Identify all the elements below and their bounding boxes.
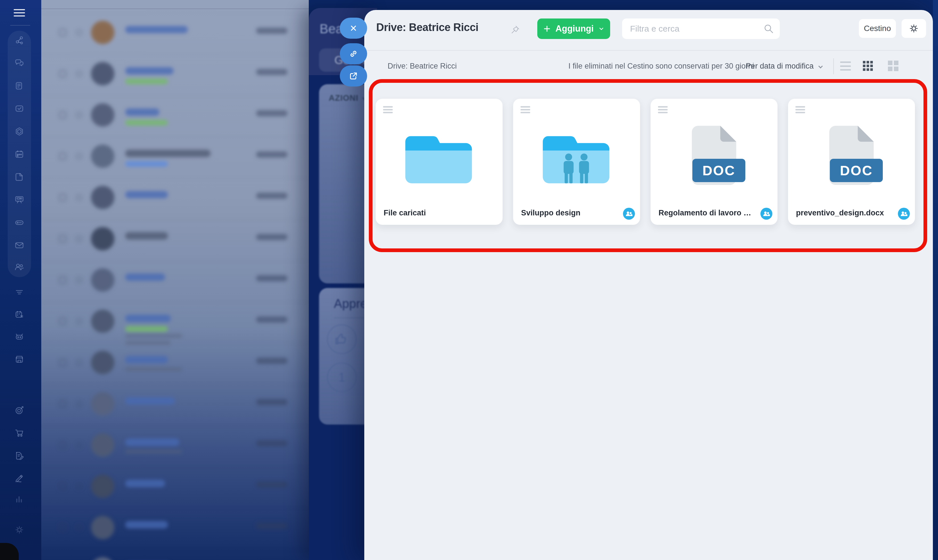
list-item [41,261,309,302]
analytics-chart-icon[interactable] [14,494,25,504]
list-item [41,302,309,343]
people-icon[interactable] [14,262,25,272]
page-title: Drive: Beatrice Ricci [376,22,478,34]
shopping-cart-icon[interactable] [14,428,25,438]
share-network-icon[interactable] [14,35,25,46]
list-item [41,385,309,426]
file-card-doc[interactable]: DOC Regolamento di lavoro con i ... [650,99,778,225]
add-button[interactable]: Aggiungi [537,18,610,39]
planner-icon[interactable] [14,309,25,320]
chevron-down-icon [598,26,604,32]
open-external-button[interactable] [340,65,367,86]
drive-modal: Drive: Beatrice Ricci Aggiungi Cestino D… [364,10,933,560]
store-icon[interactable] [14,354,25,364]
breadcrumb[interactable]: Drive: Beatrice Ricci [388,62,457,71]
trash-button[interactable]: Cestino [859,19,896,38]
sales-funnel-icon[interactable] [14,288,25,298]
calendar-icon[interactable] [14,149,25,159]
shared-badge-icon [898,208,910,220]
header-separator [364,50,933,51]
close-icon [348,23,359,34]
marketing-target-icon[interactable] [14,405,25,415]
news-feed-icon[interactable] [14,81,25,91]
settings-gear-icon[interactable] [14,525,25,535]
trash-notice: I file eliminati nel Cestino sono conser… [568,62,754,71]
list-item [41,219,309,261]
card-menu-icon[interactable] [383,106,393,115]
list-item [41,178,309,219]
copy-link-button[interactable] [340,43,367,64]
list-item [41,549,309,560]
doc-file-icon: DOC [829,125,874,186]
tasks-icon[interactable] [14,103,25,114]
doc-type-badge: DOC [692,159,745,182]
file-card-folder-shared[interactable]: Sviluppo design [513,99,640,225]
settings-button[interactable] [901,19,926,38]
file-cards-row: File caricati [376,99,915,225]
shared-folder-icon [513,117,640,194]
sidebar-divider [10,25,30,26]
card-menu-icon[interactable] [658,106,667,115]
menu-icon[interactable] [14,9,25,18]
gear-icon [909,23,919,34]
external-link-icon [348,71,359,82]
list-item [41,13,309,54]
drive-icon[interactable] [14,217,25,228]
search-box [622,18,780,39]
toolbar-divider [833,58,834,74]
file-name: preventivo_design.docx [796,209,893,217]
contract-sign-icon[interactable] [14,451,25,461]
list-item [41,95,309,137]
main-sidebar [0,0,41,560]
list-item [41,508,309,549]
folder-icon [376,117,503,194]
background-right-strip [933,0,938,560]
doc-type-badge: DOC [830,159,883,182]
card-menu-icon[interactable] [521,106,530,115]
search-input[interactable] [622,18,780,39]
actions-dropdown[interactable]: AZIONI [329,93,366,103]
contact-slider-title: Bea [320,21,343,37]
pin-icon[interactable] [510,25,520,35]
file-name: Sviluppo design [521,209,618,217]
documents-icon[interactable] [14,172,25,182]
list-item [41,54,309,95]
close-button[interactable] [340,18,367,39]
view-grid-icon[interactable] [863,61,874,71]
chat-icon[interactable] [14,58,25,68]
ai-robot-icon[interactable] [14,332,25,342]
file-card-folder[interactable]: File caricati [376,99,503,225]
background-contact-list [41,0,309,560]
list-item [41,467,309,508]
search-icon[interactable] [763,23,774,34]
card-menu-icon[interactable] [795,106,805,115]
sort-dropdown[interactable]: Per data di modifica [746,62,821,71]
whiteboard-icon[interactable] [14,195,25,205]
doc-file-icon: DOC [691,125,737,186]
file-name: File caricati [384,209,495,217]
top-divider [41,9,309,9]
shared-badge-icon [760,208,772,220]
app-canvas: Bea Generale AZIONI Apprez 1 P Drive: Be… [0,0,938,560]
chevron-down-icon [818,64,823,69]
view-tiles-icon[interactable] [888,61,899,71]
file-name: Regolamento di lavoro con i ... [658,209,755,217]
plus-icon [543,25,551,33]
link-icon [348,48,359,59]
thumbs-up-icon[interactable] [327,325,357,354]
contact-rows-blurred [41,13,309,560]
crm-hexagon-icon[interactable] [14,126,25,137]
view-list-icon[interactable] [840,61,851,71]
file-card-doc[interactable]: DOC preventivo_design.docx [788,99,915,225]
shared-badge-icon [623,208,635,220]
list-item [41,343,309,385]
list-item [41,426,309,467]
e-signature-icon[interactable] [14,473,25,483]
list-item [41,137,309,178]
reaction-counter[interactable]: 1 [327,363,357,392]
mail-icon[interactable] [14,240,25,251]
